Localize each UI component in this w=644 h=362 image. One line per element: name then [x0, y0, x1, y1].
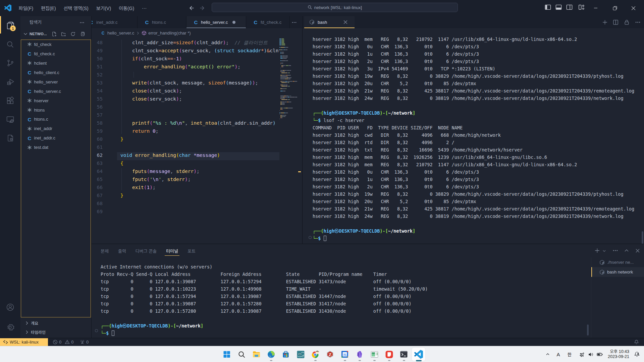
outline-section[interactable]: 개요: [20, 318, 91, 327]
terminal-profile-dropdown-icon[interactable]: [602, 249, 606, 253]
menu-3[interactable]: 보기(V): [92, 0, 115, 16]
battery-icon[interactable]: [597, 351, 603, 358]
file-hserver[interactable]: hserver: [21, 96, 91, 105]
tab-fd_check.c[interactable]: fd_check.c: [246, 16, 290, 28]
window-restore-button[interactable]: [607, 0, 623, 16]
taskbar-viewer[interactable]: [368, 348, 381, 361]
more-actions-icon[interactable]: [635, 19, 641, 25]
taskbar-zapp[interactable]: Z: [323, 348, 337, 361]
terminal-list-item[interactable]: bash network: [591, 267, 644, 277]
file-fd_check[interactable]: fd_check: [21, 40, 91, 49]
activity-settings[interactable]: [0, 318, 20, 337]
window-close-button[interactable]: [623, 0, 644, 16]
nav-back-icon[interactable]: [188, 5, 195, 11]
bell-icon[interactable]: [634, 340, 639, 345]
tab-hello_server.c[interactable]: hello_server.c: [186, 16, 246, 28]
ime-korean-indicator[interactable]: 한: [568, 351, 572, 358]
new-file-icon[interactable]: [52, 32, 57, 37]
activity-account[interactable]: [0, 298, 20, 316]
tray-expand-icon[interactable]: [545, 352, 550, 357]
new-terminal-icon[interactable]: [602, 19, 608, 25]
menu-4[interactable]: 이동(G): [115, 0, 138, 16]
nav-forward-icon[interactable]: [199, 5, 206, 11]
panel-more-actions-icon[interactable]: [612, 248, 618, 253]
explorer-section-header[interactable]: NETWO...: [20, 30, 91, 38]
activity-run-debug[interactable]: [0, 72, 20, 91]
command-center-search[interactable]: network [WSL: kali-linux]: [212, 3, 458, 12]
panel-new-terminal-icon[interactable]: [594, 248, 600, 253]
taskbar-store[interactable]: [279, 348, 292, 361]
toggle-secondary-sidebar-icon[interactable]: [566, 4, 573, 10]
clock[interactable]: 오후 10:432023-09-21: [608, 349, 629, 360]
taskbar-kali[interactable]: [294, 348, 307, 361]
ports-status[interactable]: 0: [80, 338, 89, 346]
tab-overflow-icon[interactable]: [291, 20, 297, 25]
minimap[interactable]: [279, 39, 297, 126]
panel-tab-디버그 콘솔[interactable]: 디버그 콘솔: [131, 244, 161, 257]
close-icon[interactable]: [343, 20, 348, 24]
menu-1[interactable]: 편집(E): [37, 0, 60, 16]
file-hclient[interactable]: hclient: [21, 58, 91, 68]
panel-tab-출력[interactable]: 출력: [113, 244, 131, 257]
taskbar-terminal[interactable]: [397, 348, 411, 361]
breadcrumb-file[interactable]: hello_server.c: [107, 31, 134, 36]
code-editor[interactable]: 4849505152535455565758596061626364656667…: [92, 38, 302, 244]
tab-bash[interactable]: bash: [304, 16, 355, 28]
taskbar-start[interactable]: [220, 348, 233, 361]
taskbar-explorer[interactable]: [250, 348, 263, 361]
taskbar-vscode[interactable]: [412, 348, 425, 361]
taskbar-calendar[interactable]: 31: [338, 348, 352, 361]
notification-bell-icon[interactable]: [634, 351, 640, 357]
taskbar-rednote[interactable]: [382, 348, 396, 361]
activity-extensions[interactable]: [0, 91, 20, 110]
file-hello_server.c[interactable]: hello_server.c: [21, 86, 91, 96]
taskbar-edge[interactable]: [264, 348, 278, 361]
menu-overflow[interactable]: ···: [138, 0, 151, 16]
close-panel-icon[interactable]: [635, 248, 640, 253]
breadcrumb-symbol[interactable]: error_handling(char *): [148, 31, 191, 36]
activity-wsl-targets[interactable]: [0, 129, 20, 147]
refresh-icon[interactable]: [70, 32, 75, 37]
maximize-panel-icon[interactable]: [624, 248, 629, 253]
command-decoration[interactable]: [309, 236, 312, 239]
customize-layout-icon[interactable]: [578, 4, 585, 10]
activity-explorer[interactable]: 1: [0, 16, 20, 35]
command-decoration[interactable]: [95, 329, 98, 332]
file-hello_server[interactable]: hello_server: [21, 77, 91, 86]
window-minimize-button[interactable]: [588, 0, 603, 16]
taskbar-obsidian[interactable]: [353, 348, 366, 361]
remote-indicator[interactable]: WSL: kali-linux: [0, 338, 48, 346]
collapse-all-icon[interactable]: [80, 32, 85, 37]
tab-inet_addr.c[interactable]: inet_addr.c: [92, 16, 138, 28]
modified-dot[interactable]: [232, 21, 235, 24]
panel-terminal-scrollbar[interactable]: [587, 324, 589, 336]
panel-tab-터미널[interactable]: 터미널: [161, 244, 183, 257]
file-inet_addr.c[interactable]: inet_addr.c: [21, 133, 91, 143]
file-htons[interactable]: htons: [21, 105, 91, 115]
volume-icon[interactable]: [588, 352, 594, 357]
taskbar-chrome[interactable]: [309, 348, 322, 361]
panel-tab-포트[interactable]: 포트: [183, 244, 200, 257]
problems-status[interactable]: 0 0: [53, 338, 73, 346]
toggle-panel-icon[interactable]: [555, 4, 562, 10]
activity-search[interactable]: [0, 35, 20, 54]
menu-0[interactable]: 파일(F): [15, 0, 37, 16]
menu-2[interactable]: 선택 영역(S): [60, 0, 92, 16]
panel-terminal-output[interactable]: Active Internet connections (w/o servers…: [101, 263, 428, 337]
airplane-icon[interactable]: [579, 351, 585, 357]
tab-htons.c[interactable]: htons.c: [138, 16, 186, 28]
terminal-list-item[interactable]: ./hserver ne...: [591, 257, 644, 267]
file-test.dat[interactable]: test.dat: [21, 143, 91, 152]
sidebar-more-actions-icon[interactable]: [79, 20, 85, 25]
activity-remote-explorer[interactable]: [0, 110, 20, 129]
timeline-section[interactable]: 타임라인: [20, 327, 91, 337]
ime-latin-indicator[interactable]: A: [557, 352, 560, 357]
file-hello_client.c[interactable]: hello_client.c: [21, 68, 91, 77]
split-editor-icon[interactable]: [613, 19, 619, 25]
file-inet_addr[interactable]: inet_addr: [21, 124, 91, 133]
lock-icon[interactable]: [624, 19, 630, 25]
new-folder-icon[interactable]: [61, 32, 66, 37]
terminal-output[interactable]: hserver 3182 high mem REG 8,32 210792 11…: [313, 36, 634, 242]
taskbar-search[interactable]: [235, 348, 248, 361]
file-htons.c[interactable]: htons.c: [21, 115, 91, 124]
